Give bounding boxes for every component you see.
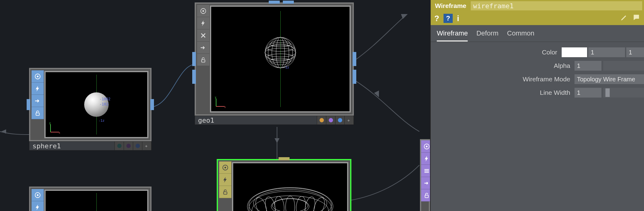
color-swatch[interactable] — [562, 47, 587, 57]
output-connector[interactable] — [353, 70, 356, 84]
bolt-icon[interactable] — [32, 201, 44, 211]
eye-icon[interactable] — [32, 70, 44, 83]
svg-point-47 — [37, 194, 39, 196]
tab-common[interactable]: Common — [507, 29, 534, 42]
svg-point-19 — [272, 37, 289, 68]
svg-marker-2 — [1, 129, 6, 134]
svg-point-23 — [271, 43, 290, 47]
svg-point-34 — [249, 191, 331, 211]
svg-point-43 — [295, 196, 307, 211]
axis-gizmo: y x — [49, 122, 61, 134]
lock-icon[interactable] — [197, 54, 209, 66]
param-header: Wireframe — [431, 0, 644, 12]
node-partial-right[interactable] — [420, 139, 430, 211]
node-side-toolbar — [32, 189, 44, 211]
wireframe-mode-value: Topology Wire Frame — [577, 76, 635, 83]
node-viewer[interactable]: -1002 -102 -1z y x — [44, 71, 148, 138]
help-wiki-icon[interactable]: ? — [444, 14, 453, 23]
arrow-right-icon[interactable] — [197, 42, 209, 54]
close-icon[interactable] — [197, 29, 209, 42]
param-tabs: Wireframe Deform Common — [431, 25, 644, 42]
tab-deform[interactable]: Deform — [476, 29, 498, 42]
input-connector[interactable] — [192, 52, 196, 66]
output-connector[interactable] — [150, 99, 154, 110]
network-view[interactable]: -1002 -102 -1z y x sphere1 ✦ — [0, 0, 430, 211]
svg-point-12 — [202, 10, 204, 12]
alpha-slider[interactable] — [603, 61, 644, 71]
comment-icon[interactable] — [632, 13, 640, 24]
input-connector[interactable] — [27, 99, 30, 110]
output-connector[interactable] — [353, 52, 356, 66]
node-geo1[interactable]: -1z y x geo1 ✦ — [195, 2, 354, 116]
svg-marker-1 — [374, 91, 379, 97]
svg-text:y: y — [49, 122, 51, 124]
color-r-field[interactable] — [588, 47, 625, 57]
wire-sphere-preview — [262, 34, 299, 71]
family-flag[interactable] — [114, 142, 124, 150]
node-viewer[interactable]: -1z y x — [210, 6, 351, 113]
operator-type-label: Wireframe — [431, 2, 471, 9]
node-name-bar[interactable]: sphere1 ✦ — [29, 141, 152, 150]
alpha-field[interactable] — [575, 61, 601, 71]
family-flag[interactable] — [317, 116, 326, 124]
family-flag[interactable] — [335, 116, 344, 124]
node-viewer[interactable] — [232, 162, 348, 211]
family-flag[interactable] — [124, 142, 133, 150]
param-row-linewidth: Line Width — [431, 86, 644, 99]
lock-icon[interactable] — [219, 186, 231, 198]
bolt-icon[interactable] — [32, 83, 44, 95]
tab-wireframe[interactable]: Wireframe — [437, 29, 468, 42]
param-row-color: Color — [431, 46, 644, 59]
family-flag[interactable] — [133, 142, 142, 150]
node-viewer[interactable] — [44, 190, 148, 211]
svg-point-42 — [286, 196, 295, 211]
svg-rect-50 — [425, 195, 429, 198]
eye-icon[interactable] — [32, 189, 44, 201]
param-rows: Color Alpha Wireframe Mode Topology Wire… — [431, 42, 644, 103]
wireframe-mode-select[interactable]: Topology Wire Frame — [575, 74, 644, 84]
overlay-value: -1002 — [99, 97, 110, 101]
info-icon[interactable]: i — [457, 14, 459, 23]
input-connector[interactable] — [192, 70, 196, 84]
svg-text:x: x — [224, 106, 226, 108]
svg-text:x: x — [59, 131, 60, 134]
param-label: Alpha — [431, 62, 575, 69]
node-side-toolbar — [32, 70, 44, 139]
svg-rect-13 — [202, 60, 205, 62]
svg-point-36 — [272, 199, 308, 211]
param-label: Color — [431, 49, 562, 56]
bolt-icon[interactable] — [219, 174, 231, 186]
svg-point-41 — [274, 196, 285, 211]
top-input-connector[interactable] — [279, 157, 290, 160]
svg-rect-31 — [224, 192, 227, 194]
svg-point-38 — [252, 196, 328, 211]
node-name-label: sphere1 — [32, 142, 61, 150]
operator-name-input[interactable] — [471, 1, 642, 10]
star-flag[interactable]: ✦ — [344, 116, 354, 124]
svg-point-49 — [426, 146, 428, 147]
svg-marker-3 — [275, 138, 279, 143]
svg-point-33 — [249, 188, 331, 211]
node-partial-bottom-left[interactable] — [29, 187, 152, 211]
star-flag[interactable]: ✦ — [142, 142, 151, 150]
arrow-right-icon[interactable] — [32, 95, 44, 107]
family-flag[interactable] — [326, 116, 335, 124]
top-input-connector[interactable] — [269, 1, 280, 4]
svg-point-35 — [271, 198, 309, 211]
color-g-field[interactable] — [626, 47, 644, 57]
bolt-icon[interactable] — [197, 17, 209, 29]
eye-icon[interactable] — [219, 161, 231, 174]
linewidth-slider[interactable] — [603, 88, 644, 98]
linewidth-field[interactable] — [575, 88, 601, 98]
node-sphere1[interactable]: -1002 -102 -1z y x sphere1 ✦ — [29, 68, 152, 141]
svg-point-14 — [265, 37, 296, 68]
node-side-toolbar — [197, 5, 209, 113]
node-name-bar[interactable]: geo1 ✦ — [195, 116, 354, 125]
node-wireframe1[interactable] — [217, 159, 351, 211]
edit-icon[interactable] — [620, 13, 628, 24]
axis-gizmo: y x — [214, 96, 227, 108]
help-icon[interactable]: ? — [434, 14, 439, 23]
eye-icon[interactable] — [197, 5, 209, 17]
param-row-alpha: Alpha — [431, 59, 644, 72]
lock-icon[interactable] — [32, 107, 44, 119]
